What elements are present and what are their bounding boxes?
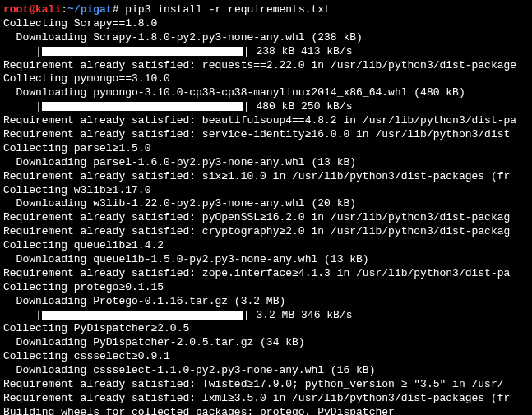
output-line: Requirement already satisfied: zope.inte… <box>3 267 529 281</box>
progress-bar-icon <box>42 47 243 56</box>
output-line: Collecting w3lib≥1.17.0 <box>3 184 529 198</box>
output-line: Downloading w3lib-1.22.0-py2.py3-none-an… <box>3 197 529 211</box>
terminal-output: root@kali:~/pigat# pip3 install -r requi… <box>3 3 529 415</box>
command-text: pip3 install -r requirements.txt <box>118 3 330 16</box>
progress-prefix: | <box>3 45 42 58</box>
output-line: Building wheels for collected packages: … <box>3 406 529 415</box>
output-line: Requirement already satisfied: lxml≥3.5.… <box>3 392 529 406</box>
output-line: Downloading parsel-1.6.0-py2.py3-none-an… <box>3 156 529 170</box>
progress-bar-icon <box>42 102 243 111</box>
progress-suffix: | 238 kB 413 kB/s <box>243 45 353 58</box>
prompt-colon: : <box>61 3 67 16</box>
progress-suffix: | 480 kB 250 kB/s <box>243 100 353 113</box>
progress-line: || 238 kB 413 kB/s <box>3 45 529 59</box>
output-line: Requirement already satisfied: service-i… <box>3 128 529 142</box>
output-line: Downloading PyDispatcher-2.0.5.tar.gz (3… <box>3 336 529 350</box>
prompt-path: ~/pigat <box>67 3 113 16</box>
output-line: Requirement already satisfied: six≥1.10.… <box>3 170 529 184</box>
output-line: Downloading pymongo-3.10.0-cp38-cp38-man… <box>3 86 529 100</box>
output-line: Requirement already satisfied: Twisted≥1… <box>3 378 529 392</box>
prompt-line[interactable]: root@kali:~/pigat# pip3 install -r requi… <box>3 3 529 17</box>
output-line: Collecting queuelib≥1.4.2 <box>3 239 529 253</box>
output-line: Collecting PyDispatcher≥2.0.5 <box>3 322 529 336</box>
output-line: Requirement already satisfied: beautiful… <box>3 114 529 128</box>
progress-prefix: | <box>3 309 42 321</box>
progress-bar-icon <box>42 311 243 320</box>
output-line: Requirement already satisfied: cryptogra… <box>3 225 529 239</box>
output-line: Collecting pymongo==3.10.0 <box>3 72 529 86</box>
progress-line: || 3.2 MB 346 kB/s <box>3 309 529 323</box>
output-line: Downloading Protego-0.1.16.tar.gz (3.2 M… <box>3 295 529 309</box>
progress-suffix: | 3.2 MB 346 kB/s <box>243 309 353 321</box>
progress-line: || 480 kB 250 kB/s <box>3 100 529 114</box>
output-line: Collecting protego≥0.1.15 <box>3 281 529 295</box>
output-line: Requirement already satisfied: pyOpenSSL… <box>3 211 529 225</box>
output-line: Collecting cssselect≥0.9.1 <box>3 350 529 364</box>
output-line: Downloading cssselect-1.1.0-py2.py3-none… <box>3 364 529 378</box>
output-line: Downloading queuelib-1.5.0-py2.py3-none-… <box>3 253 529 267</box>
prompt-user: root@kali <box>3 3 61 16</box>
output-line: Collecting parsel≥1.5.0 <box>3 142 529 156</box>
output-line: Collecting Scrapy==1.8.0 <box>3 17 529 31</box>
output-line: Downloading Scrapy-1.8.0-py2.py3-none-an… <box>3 31 529 45</box>
output-line: Requirement already satisfied: requests=… <box>3 59 529 73</box>
progress-prefix: | <box>3 100 42 113</box>
